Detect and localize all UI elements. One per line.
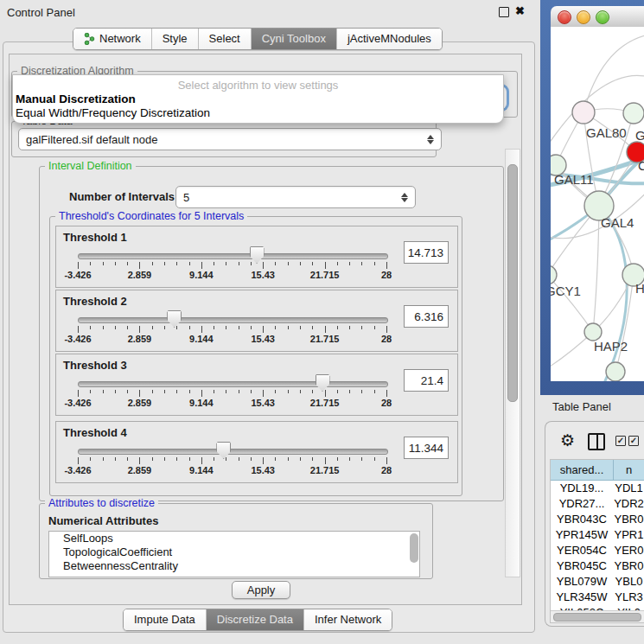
tab-impute-data[interactable]: Impute Data: [124, 609, 206, 630]
table-cell[interactable]: YBR045C: [551, 558, 613, 574]
tab-jactivemnodules[interactable]: jActiveMNodules: [336, 29, 442, 49]
network-node-label: GAL11: [554, 172, 594, 187]
close-icon[interactable]: ✖: [515, 4, 525, 17]
settings-scrollbar-thumb[interactable]: [507, 164, 518, 402]
slider-tick-labels: -3.4262.8599.14415.4321.71528: [78, 334, 386, 345]
slider-ticks: [78, 457, 386, 465]
table-cell[interactable]: YBR0: [613, 558, 644, 574]
threshold-slider-track[interactable]: [78, 449, 388, 455]
threshold-slider-track[interactable]: [78, 253, 388, 259]
table-data-combobox[interactable]: galFiltered.sif default node: [18, 128, 442, 150]
column-header-name[interactable]: n: [614, 460, 644, 481]
table-row[interactable]: YBR045CYBR0: [551, 558, 644, 574]
control-panel-titlebar: Control Panel ✖: [0, 0, 536, 24]
attributes-listbox[interactable]: SelfLoopsTopologicalCoefficientBetweenne…: [48, 531, 420, 577]
network-node-label: GCY1: [551, 284, 581, 298]
table-row[interactable]: YLR345WYLR3: [551, 590, 644, 605]
table-row[interactable]: YPR145WYPR1: [551, 527, 644, 543]
slider-ticks: [78, 262, 386, 270]
table-row[interactable]: YDL19...YDL1: [551, 481, 644, 496]
table-cell[interactable]: YBR0: [613, 512, 644, 527]
tab-discretize-data[interactable]: Discretize Data: [206, 609, 303, 630]
network-node[interactable]: [551, 265, 557, 284]
network-node-label: HAP2: [594, 339, 628, 354]
tab-select[interactable]: Select: [198, 29, 251, 49]
table-row[interactable]: YBL079WYBL0: [551, 574, 644, 590]
network-node-label: GAL4: [601, 215, 634, 230]
threshold-slider-track[interactable]: [78, 317, 388, 323]
popup-option-manual[interactable]: Manual Discretization: [13, 92, 503, 105]
tab-network[interactable]: Network: [73, 29, 151, 49]
threshold-slider-thumb[interactable]: [250, 246, 265, 264]
table-cell[interactable]: YDR27...: [551, 496, 613, 512]
num-intervals-combobox[interactable]: 5: [175, 186, 416, 208]
slider-ticks: [78, 390, 386, 398]
table-row[interactable]: YBR043CYBR0: [551, 512, 644, 527]
tab-network-label: Network: [99, 32, 141, 45]
table-cell[interactable]: YER0: [613, 543, 644, 558]
threshold-label: Threshold 1: [63, 231, 127, 244]
table-header-row: shared... n: [551, 460, 644, 481]
table-cell[interactable]: YDL1: [613, 481, 644, 496]
tab-style[interactable]: Style: [151, 29, 198, 49]
threshold-value-field[interactable]: 6.316: [404, 305, 449, 328]
checkbox-icon[interactable]: ✓: [628, 436, 639, 446]
threshold-row: Threshold 3 -3.4262.8599.14415.4321.7152…: [55, 354, 458, 416]
gear-icon[interactable]: ⚙: [560, 430, 575, 450]
popup-option-equal-width[interactable]: Equal Width/Frequency Discretization: [13, 105, 503, 119]
table-cell[interactable]: YPR145W: [551, 527, 613, 543]
threshold-slider-thumb[interactable]: [216, 442, 231, 459]
table-cell[interactable]: YBR043C: [551, 512, 613, 527]
column-header-shared[interactable]: shared...: [551, 460, 614, 481]
network-icon: [84, 33, 95, 45]
threshold-row: Threshold 1 -3.4262.8599.14415.4321.7152…: [55, 226, 458, 288]
table-cell[interactable]: YDR2: [613, 496, 644, 512]
threshold-row: Threshold 2 -3.4262.8599.14415.4321.7152…: [55, 290, 458, 352]
spinner-down-icon: [427, 140, 434, 144]
network-canvas[interactable]: GAL80GACGAL11GAL4GCY1HHAP2: [551, 27, 644, 381]
interval-definition-title: Interval Definition: [45, 160, 136, 173]
table-row[interactable]: YDR27...YDR2: [551, 496, 644, 512]
attribute-list-item[interactable]: TopologicalCoefficient: [49, 545, 419, 559]
table-cell[interactable]: YER054C: [551, 543, 613, 558]
network-window-titlebar[interactable]: [551, 6, 644, 28]
network-node[interactable]: [584, 323, 602, 341]
threshold-value-field[interactable]: 21.4: [404, 369, 449, 392]
close-traffic-light-icon[interactable]: [558, 10, 571, 24]
network-edge: [583, 34, 644, 112]
float-window-icon[interactable]: [499, 7, 509, 17]
table-cell[interactable]: YPR1: [613, 527, 644, 543]
table-cell[interactable]: YLR3: [613, 590, 644, 605]
table-cell[interactable]: YBL079W: [551, 574, 613, 590]
attribute-list-item[interactable]: BetweennessCentrality: [49, 559, 419, 573]
panel-title: Control Panel: [7, 6, 75, 19]
apply-button[interactable]: Apply: [232, 581, 290, 599]
spinner-up-icon: [427, 135, 434, 139]
checkbox-icon[interactable]: ✓: [615, 436, 626, 446]
table-cell[interactable]: YBL0: [613, 574, 644, 590]
attribute-list-item[interactable]: SelfLoops: [49, 532, 419, 545]
tab-cyni-toolbox[interactable]: Cyni Toolbox: [251, 29, 336, 49]
threshold-value-field[interactable]: 11.344: [404, 437, 449, 459]
threshold-slider-thumb[interactable]: [167, 310, 182, 328]
table-cell[interactable]: YDL19...: [551, 481, 613, 496]
minimize-traffic-light-icon[interactable]: [577, 10, 590, 24]
slider-tick-labels: -3.4262.8599.14415.4321.71528: [78, 465, 386, 476]
network-node[interactable]: [572, 101, 595, 124]
node-attribute-table[interactable]: shared... n YDL19...YDL1YDR27...YDR2YBR0…: [550, 459, 644, 623]
threshold-slider-thumb[interactable]: [316, 374, 330, 392]
network-node[interactable]: [623, 103, 644, 124]
scrollbar-thumb[interactable]: [553, 613, 641, 622]
spinner-up-icon: [401, 193, 408, 197]
threshold-slider-track[interactable]: [78, 381, 388, 387]
table-row[interactable]: YER054CYER0: [551, 543, 644, 558]
network-node[interactable]: [606, 362, 625, 381]
network-node-label: GAL80: [586, 125, 627, 140]
zoom-traffic-light-icon[interactable]: [596, 10, 609, 24]
list-scrollbar[interactable]: [410, 533, 418, 563]
table-cell[interactable]: YLR345W: [551, 590, 613, 605]
tab-infer-network[interactable]: Infer Network: [303, 609, 392, 630]
threshold-value-field[interactable]: 14.713: [404, 241, 449, 264]
columns-icon[interactable]: [588, 433, 605, 450]
table-horizontal-scrollbar[interactable]: [551, 610, 644, 622]
